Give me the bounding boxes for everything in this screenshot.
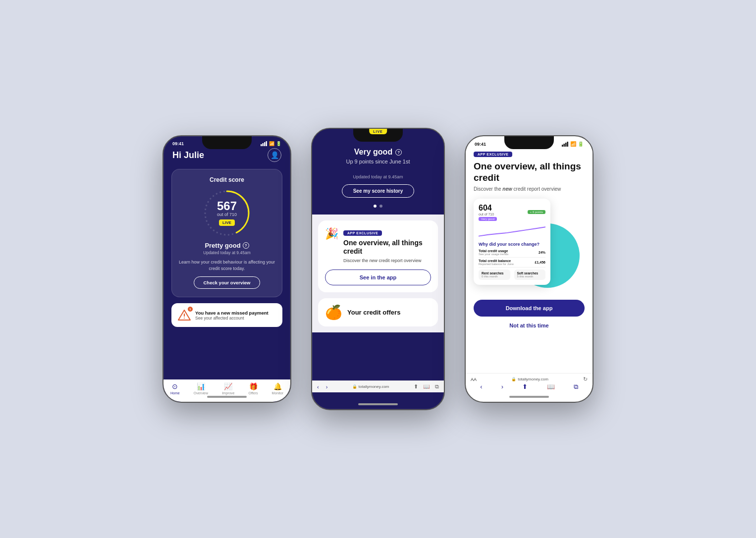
overview-card-text: APP EXCLUSIVE One overview, all things c… bbox=[343, 227, 431, 264]
svg-rect-10 bbox=[564, 144, 565, 147]
live-badge: LIVE bbox=[219, 219, 235, 226]
browser-nav-2[interactable]: ‹ › bbox=[317, 384, 327, 390]
nav-improve[interactable]: 📈 Improve bbox=[222, 382, 234, 395]
aa-text-3: AA bbox=[471, 377, 477, 382]
mockup-usage-row: Total credit usage See your usage trends… bbox=[479, 248, 545, 258]
mockup-score-row: 604 out of 710 Very good + 6 points bbox=[479, 204, 545, 221]
score-display: 567 out of 710 LIVE bbox=[217, 200, 237, 226]
score-rating: Pretty good ? bbox=[179, 242, 275, 249]
svg-rect-3 bbox=[266, 141, 268, 146]
home-indicator-1 bbox=[207, 396, 247, 398]
nav-overview[interactable]: 📊 Overview bbox=[194, 382, 208, 395]
card-title-2: One overview, all things credit bbox=[343, 239, 431, 256]
time-3: 09:41 bbox=[475, 142, 486, 147]
browser-nav-3[interactable]: ‹ › ⬆ 📖 ⧉ bbox=[466, 383, 593, 391]
svg-rect-12 bbox=[567, 142, 569, 147]
phone-1: 09:41 📶 🔋 Hi Julie 👤 Credit score bbox=[162, 135, 291, 403]
phone1-header: Hi Julie 👤 bbox=[171, 148, 282, 162]
credit-score-card: Credit score 567 out of 710 LIVE bbox=[171, 169, 282, 297]
home-indicator-2 bbox=[358, 403, 398, 405]
party-icon: 🎉 bbox=[325, 227, 338, 240]
home-indicator-3 bbox=[509, 396, 549, 398]
share-icon-3[interactable]: ⬆ bbox=[522, 383, 528, 391]
very-good-small-badge: Very good bbox=[479, 217, 497, 221]
mockup-balance-row: Total credit balance Reported balance fo… bbox=[479, 258, 545, 268]
updated-today-2: Updated today at 9.45am bbox=[322, 174, 434, 179]
missed-payment-banner[interactable]: 1 You have a new missed payment See your… bbox=[171, 303, 282, 327]
not-now-button[interactable]: Not at this time bbox=[474, 323, 585, 328]
score-graph-svg bbox=[479, 224, 545, 239]
mockup-score-block: 604 out of 710 Very good bbox=[479, 204, 497, 221]
score-number: 567 bbox=[217, 200, 237, 212]
copy-icon-3[interactable]: ⧉ bbox=[574, 383, 578, 391]
forward-icon-3[interactable]: › bbox=[501, 383, 503, 391]
time-1: 09:41 bbox=[172, 141, 184, 146]
nav-monitor-label: Monitor bbox=[272, 391, 283, 395]
see-in-app-button[interactable]: See in the app bbox=[325, 269, 431, 285]
dot-2 bbox=[379, 205, 382, 208]
phone-3: 09:41 📶 🔋 APP EXCLUSIVE One overview, al… bbox=[465, 135, 594, 403]
browser-url-3: 🔒 totallymoney.com bbox=[511, 377, 548, 381]
back-icon-2[interactable]: ‹ bbox=[317, 384, 319, 390]
status-bar-3: 09:41 📶 🔋 bbox=[466, 136, 593, 149]
nav-home[interactable]: ⊙ Home bbox=[170, 382, 180, 395]
very-good-rating: Very good ? bbox=[322, 148, 434, 157]
forward-icon-2[interactable]: › bbox=[326, 384, 328, 390]
mockup-usage-val: 24% bbox=[539, 251, 545, 254]
nav-offers[interactable]: 🎁 Offers bbox=[249, 382, 258, 395]
alert-icon-wrap: 1 bbox=[177, 308, 191, 322]
wifi-icon-3: 📶 bbox=[570, 141, 576, 147]
share-icon-2[interactable]: ⬆ bbox=[414, 383, 418, 390]
copy-icon-2[interactable]: ⧉ bbox=[435, 383, 439, 390]
live-indicator: LIVE bbox=[369, 129, 387, 134]
app-exclusive-badge-2: APP EXCLUSIVE bbox=[343, 230, 382, 236]
mockup-score-out: out of 710 bbox=[479, 213, 497, 216]
user-avatar-icon[interactable]: 👤 bbox=[268, 148, 281, 162]
score-ring: 567 out of 710 LIVE bbox=[202, 188, 252, 238]
updated-text: Updated today at 9.45am bbox=[179, 250, 275, 255]
nav-improve-label: Improve bbox=[222, 391, 234, 395]
q-icon-2[interactable]: ? bbox=[395, 149, 402, 156]
signal-icon-3 bbox=[562, 142, 569, 147]
mockup-usage-label: Total credit usage See your usage trends bbox=[479, 249, 508, 256]
signal-icon bbox=[261, 141, 268, 146]
soft-searches-block: Soft searches 5 this month bbox=[514, 269, 546, 280]
score-history-button[interactable]: See my score history bbox=[342, 184, 415, 198]
card-desc-2: Discover the new credit report overview bbox=[343, 258, 431, 264]
phone3-sub: Discover the new credit report overview bbox=[474, 186, 585, 192]
book-icon-3[interactable]: 📖 bbox=[547, 383, 555, 391]
app-exclusive-badge-3: APP EXCLUSIVE bbox=[474, 152, 512, 157]
overview-card-inner: 🎉 APP EXCLUSIVE One overview, all things… bbox=[325, 227, 431, 264]
phone2-bottom-section: 🎉 APP EXCLUSIVE One overview, all things… bbox=[312, 215, 444, 332]
mockup-score-num: 604 bbox=[479, 204, 497, 213]
alert-count-badge: 1 bbox=[188, 307, 193, 312]
nav-overview-label: Overview bbox=[194, 391, 208, 395]
back-icon-3[interactable]: ‹ bbox=[480, 383, 482, 391]
mockup-balance-label: Total credit balance Reported balance fo… bbox=[479, 259, 514, 266]
download-app-button[interactable]: Download the app bbox=[474, 300, 585, 317]
question-icon[interactable]: ? bbox=[243, 242, 249, 249]
missed-sub: See your affected account bbox=[195, 316, 269, 321]
improve-icon: 📈 bbox=[224, 382, 232, 390]
carousel-dots bbox=[322, 205, 434, 208]
mockup-illustration: 604 out of 710 Very good + 6 points Why … bbox=[474, 199, 585, 293]
score-out-of: out of 710 bbox=[217, 212, 237, 217]
missed-payment-text: You have a new missed payment See your a… bbox=[195, 310, 269, 321]
nav-offers-label: Offers bbox=[249, 391, 258, 395]
book-icon-2[interactable]: 📖 bbox=[423, 383, 430, 390]
mockup-points-badge: + 6 points bbox=[528, 210, 545, 214]
phone3-content: APP EXCLUSIVE One overview, all things c… bbox=[466, 149, 593, 332]
check-overview-button[interactable]: Check your overview bbox=[194, 276, 260, 289]
nav-monitor[interactable]: 🔔 Monitor bbox=[272, 382, 283, 395]
scene: 09:41 📶 🔋 Hi Julie 👤 Credit score bbox=[143, 98, 613, 440]
phone2-top-section: Very good ? Up 9 points since June 1st U… bbox=[312, 129, 444, 215]
credit-offers-card[interactable]: 🍊 Your credit offers bbox=[318, 298, 438, 326]
refresh-icon-3[interactable]: ↻ bbox=[583, 376, 588, 382]
missed-title: You have a new missed payment bbox=[195, 310, 269, 316]
home-icon: ⊙ bbox=[172, 382, 178, 390]
lock-icon-2: 🔒 bbox=[352, 384, 357, 389]
browser-actions-2[interactable]: ⬆ 📖 ⧉ bbox=[414, 383, 439, 390]
svg-rect-11 bbox=[565, 143, 567, 147]
wifi-icon: 📶 bbox=[269, 141, 274, 146]
mockup-score-card: 604 out of 710 Very good + 6 points Why … bbox=[474, 199, 550, 285]
